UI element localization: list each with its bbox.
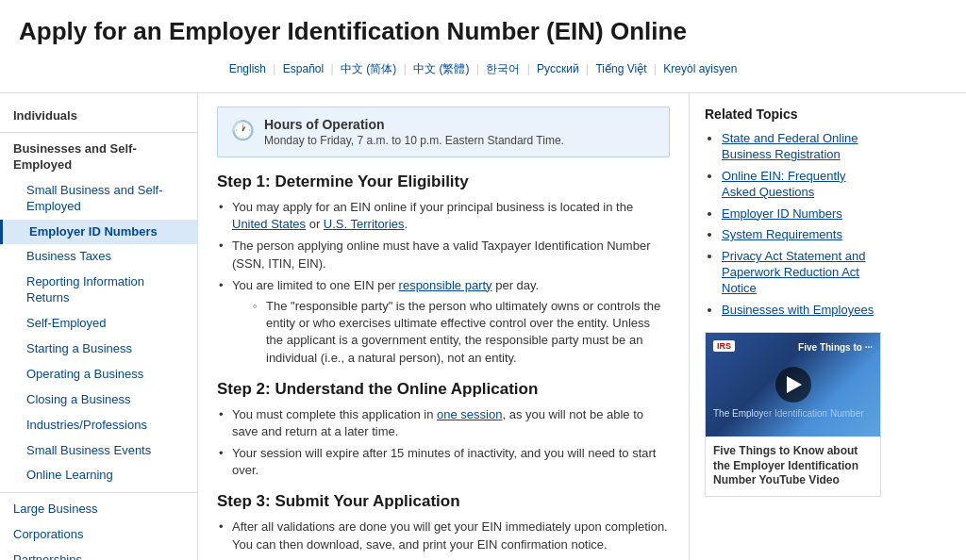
step1-sub-bullet1: The "responsible party" is the person wh… <box>251 298 670 367</box>
related-link-5[interactable]: Privacy Act Statement and Paperwork Redu… <box>722 249 865 295</box>
hours-title: Hours of Operation <box>264 117 564 132</box>
lang-russian[interactable]: Русский <box>537 62 579 75</box>
hours-box: 🕐 Hours of Operation Monday to Friday, 7… <box>217 107 670 157</box>
link-us-territories[interactable]: U.S. Territories <box>324 217 405 231</box>
left-sidebar: Individuals Businesses and Self-Employed… <box>0 93 198 560</box>
sidebar-item-businesses[interactable]: Businesses and Self-Employed <box>0 137 197 178</box>
lang-vietnamese[interactable]: Tiếng Việt <box>595 62 646 75</box>
sidebar-item-self-employed[interactable]: Self-Employed <box>0 311 197 337</box>
link-responsible-party[interactable]: responsible party <box>399 278 492 292</box>
step2-title: Step 2: Understand the Online Applicatio… <box>217 380 670 399</box>
sidebar-section-individuals: Individuals <box>0 103 197 128</box>
lang-chinese-traditional[interactable]: 中文 (繁體) <box>413 62 469 75</box>
sidebar-item-online-learning[interactable]: Online Learning <box>0 463 197 488</box>
page-title: Apply for an Employer Identification Num… <box>19 17 947 46</box>
sidebar-item-partnerships[interactable]: Partnerships <box>0 548 197 560</box>
step2-bullet2: Your session will expire after 15 minute… <box>217 445 670 479</box>
related-item-6: Businesses with Employees <box>722 303 881 319</box>
step2-bullet1: You must complete this application in on… <box>217 406 670 440</box>
link-one-session[interactable]: one session <box>437 407 502 421</box>
sidebar-divider-1 <box>0 132 197 133</box>
related-link-2[interactable]: Online EIN: Frequently Asked Questions <box>722 169 846 199</box>
video-thumbnail[interactable]: IRS Five Things to ··· The Employer Iden… <box>706 333 880 436</box>
sidebar-item-large-business[interactable]: Large Business <box>0 497 197 522</box>
right-sidebar: Related Topics State and Federal Online … <box>689 93 896 560</box>
related-item-5: Privacy Act Statement and Paperwork Redu… <box>722 249 881 297</box>
sidebar-item-starting[interactable]: Starting a Business <box>0 337 197 362</box>
sidebar-item-small-business[interactable]: Small Business and Self-Employed <box>0 178 197 220</box>
related-link-1[interactable]: State and Federal Online Business Regist… <box>722 131 858 161</box>
video-overlay-text: Five Things to ··· <box>798 342 873 353</box>
step1-bullet3: You are limited to one EIN per responsib… <box>217 277 670 367</box>
step3-title: Step 3: Submit Your Application <box>217 492 670 511</box>
main-content: 🕐 Hours of Operation Monday to Friday, 7… <box>198 93 689 560</box>
video-box: IRS Five Things to ··· The Employer Iden… <box>705 332 881 497</box>
hours-info: Hours of Operation Monday to Friday, 7 a… <box>264 117 564 147</box>
sidebar-item-employer-id[interactable]: Employer ID Numbers <box>0 220 197 245</box>
related-link-4[interactable]: System Requirements <box>722 227 842 241</box>
lang-creole[interactable]: Kreyòl ayisyen <box>663 62 737 75</box>
related-item-4: System Requirements <box>722 227 881 243</box>
video-caption: Five Things to Know about the Employer I… <box>706 436 880 496</box>
sidebar-item-corporations[interactable]: Corporations <box>0 522 197 548</box>
step1-title: Step 1: Determine Your Eligibility <box>217 173 670 191</box>
sidebar-item-business-taxes[interactable]: Business Taxes <box>0 244 197 270</box>
link-united-states[interactable]: United States <box>232 217 306 231</box>
related-link-6[interactable]: Businesses with Employees <box>722 303 874 317</box>
irs-logo: IRS <box>713 340 735 352</box>
related-item-2: Online EIN: Frequently Asked Questions <box>722 169 881 201</box>
step1-bullet1: You may apply for an EIN online if your … <box>217 199 670 233</box>
lang-korean[interactable]: 한국어 <box>486 62 520 75</box>
lang-chinese-simplified[interactable]: 中文 (简体) <box>341 62 396 75</box>
related-item-3: Employer ID Numbers <box>722 206 881 222</box>
sidebar-divider-2 <box>0 492 197 493</box>
related-list: State and Federal Online Business Regist… <box>705 131 881 319</box>
step3-bullet1: After all validations are done you will … <box>217 519 670 552</box>
sidebar-item-closing[interactable]: Closing a Business <box>0 387 197 413</box>
play-button[interactable] <box>775 367 811 403</box>
step3-list: After all validations are done you will … <box>217 519 670 552</box>
page-header: Apply for an Employer Identification Num… <box>0 0 966 93</box>
step1-sub-list: The "responsible party" is the person wh… <box>232 298 670 367</box>
sidebar-item-events[interactable]: Small Business Events <box>0 438 197 464</box>
lang-english[interactable]: English <box>229 62 266 75</box>
sidebar-item-reporting[interactable]: Reporting Information Returns <box>0 270 197 311</box>
hours-text: Monday to Friday, 7 a.m. to 10 p.m. East… <box>264 134 564 147</box>
step1-bullet2: The person applying online must have a v… <box>217 238 670 272</box>
step1-list: You may apply for an EIN online if your … <box>217 199 670 367</box>
related-item-1: State and Federal Online Business Regist… <box>722 131 881 163</box>
main-layout: Individuals Businesses and Self-Employed… <box>0 93 966 560</box>
lang-espanol[interactable]: Español <box>283 62 324 75</box>
language-bar: English | Español | 中文 (简体) | 中文 (繁體) | … <box>19 56 947 83</box>
sidebar-item-industries[interactable]: Industries/Professions <box>0 413 197 438</box>
video-subtitle: The Employer Identification Number <box>713 408 873 420</box>
related-link-3[interactable]: Employer ID Numbers <box>722 206 842 221</box>
related-topics-title: Related Topics <box>705 107 881 122</box>
play-triangle-icon <box>787 376 802 393</box>
sidebar-item-operating[interactable]: Operating a Business <box>0 362 197 387</box>
clock-icon: 🕐 <box>231 119 255 141</box>
step2-list: You must complete this application in on… <box>217 406 670 480</box>
